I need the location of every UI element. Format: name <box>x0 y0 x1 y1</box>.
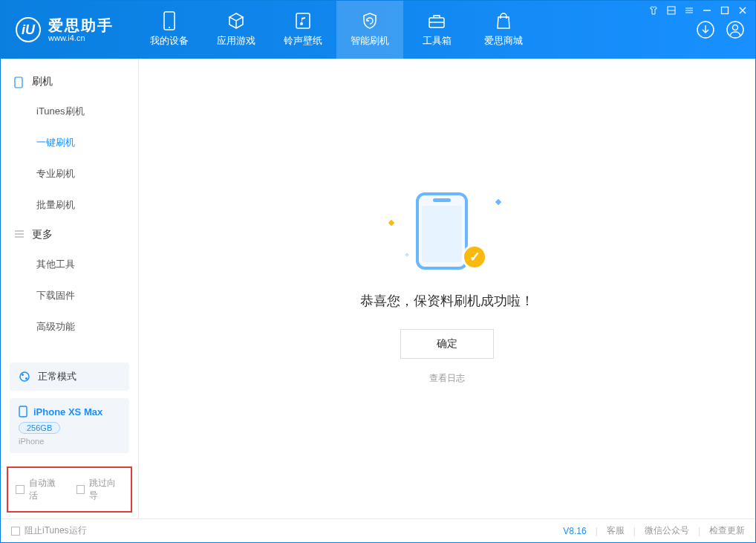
sidebar-item-itunes-flash[interactable]: iTunes刷机 <box>1 96 138 127</box>
refresh-shield-icon <box>361 12 379 30</box>
app-window: iU 爱思助手 www.i4.cn 我的设备 应用游戏 铃声壁纸 智能刷机 <box>0 0 756 543</box>
phone-illustration-icon <box>416 192 468 270</box>
highlighted-options: 自动激活 跳过向导 <box>7 466 132 513</box>
footer-link-support[interactable]: 客服 <box>607 524 625 537</box>
sparkle-icon <box>388 220 394 226</box>
nav-label: 我的设备 <box>150 34 189 48</box>
device-mode[interactable]: 正常模式 <box>10 362 129 391</box>
option-label: 自动激活 <box>29 477 63 502</box>
sparkle-icon <box>495 199 501 205</box>
svg-rect-14 <box>19 406 27 417</box>
phone-small-icon <box>19 406 27 417</box>
device-type-label: iPhone <box>19 437 120 446</box>
sidebar-item-download-firmware[interactable]: 下载固件 <box>1 280 138 311</box>
svg-rect-4 <box>296 13 310 28</box>
nav-label: 应用游戏 <box>217 34 255 48</box>
checkbox-icon <box>11 527 20 536</box>
nav-my-device[interactable]: 我的设备 <box>136 1 203 59</box>
sidebar-item-pro-flash[interactable]: 专业刷机 <box>1 158 138 189</box>
body: 刷机 iTunes刷机 一键刷机 专业刷机 批量刷机 更多 其他工具 下载固件 … <box>1 59 755 518</box>
svg-point-11 <box>20 372 29 381</box>
option-label: 跳过向导 <box>89 477 123 502</box>
sidebar-item-oneclick-flash[interactable]: 一键刷机 <box>1 127 138 158</box>
nav-label: 智能刷机 <box>351 34 389 48</box>
logo-icon: iU <box>16 17 41 42</box>
sparkle-icon <box>405 253 409 257</box>
success-message: 恭喜您，保资料刷机成功啦！ <box>360 292 534 310</box>
svg-rect-10 <box>15 77 22 88</box>
app-title: 爱思助手 <box>48 17 114 33</box>
option-skip-guide[interactable]: 跳过向导 <box>76 477 124 502</box>
shopping-bag-icon <box>495 12 512 30</box>
view-log-link[interactable]: 查看日志 <box>429 372 465 385</box>
version-label: V8.16 <box>563 526 586 536</box>
phone-small-icon <box>14 77 25 87</box>
svg-point-3 <box>169 27 170 28</box>
nav-toolbox[interactable]: 工具箱 <box>403 1 470 59</box>
cube-icon <box>227 12 245 30</box>
main-content: ✓ 恭喜您，保资料刷机成功啦！ 确定 查看日志 <box>139 59 755 518</box>
nav-label: 爱思商城 <box>484 34 523 48</box>
device-capacity-badge: 256GB <box>19 422 60 434</box>
svg-rect-1 <box>722 7 729 14</box>
sidebar-item-advanced[interactable]: 高级功能 <box>1 311 138 342</box>
sidebar: 刷机 iTunes刷机 一键刷机 专业刷机 批量刷机 更多 其他工具 下载固件 … <box>1 59 139 518</box>
header-right <box>696 20 755 39</box>
footer: 阻止iTunes运行 V8.16 | 客服 | 微信公众号 | 检查更新 <box>1 518 755 542</box>
svg-point-9 <box>733 25 738 30</box>
checkbox-icon <box>76 485 85 494</box>
app-subtitle: www.i4.cn <box>48 33 114 42</box>
close-button[interactable] <box>737 5 748 16</box>
nav-label: 工具箱 <box>423 34 452 48</box>
lock-toggle-icon[interactable] <box>666 5 677 16</box>
device-name-label: iPhone XS Max <box>33 406 102 417</box>
svg-point-5 <box>300 22 303 25</box>
music-note-icon <box>294 12 312 30</box>
window-controls <box>648 5 748 16</box>
nav-ringtones-wallpapers[interactable]: 铃声壁纸 <box>270 1 336 59</box>
logo: iU 爱思助手 www.i4.cn <box>1 17 136 42</box>
menu-icon[interactable] <box>684 5 694 16</box>
footer-link-check-update[interactable]: 检查更新 <box>709 524 745 537</box>
svg-point-12 <box>22 374 24 376</box>
user-circle-icon[interactable] <box>726 20 745 39</box>
nav-smart-flash[interactable]: 智能刷机 <box>336 1 403 59</box>
nav-store[interactable]: 爱思商城 <box>470 1 537 59</box>
maximize-button[interactable] <box>720 5 730 16</box>
nav-label: 铃声壁纸 <box>284 34 322 48</box>
device-panel: 正常模式 iPhone XS Max 256GB iPhone <box>1 355 138 461</box>
sidebar-group-title: 刷机 <box>32 75 53 88</box>
sidebar-group-more: 更多 <box>1 221 138 249</box>
ok-button[interactable]: 确定 <box>400 329 494 359</box>
download-circle-icon[interactable] <box>696 20 715 39</box>
header: iU 爱思助手 www.i4.cn 我的设备 应用游戏 铃声壁纸 智能刷机 <box>1 1 755 59</box>
sidebar-group-flash: 刷机 <box>1 68 138 96</box>
option-block-itunes[interactable]: 阻止iTunes运行 <box>11 524 87 537</box>
svg-point-13 <box>25 377 27 380</box>
device-mode-label: 正常模式 <box>38 370 76 383</box>
device-icon <box>160 12 178 30</box>
tshirt-icon[interactable] <box>648 5 659 16</box>
checkbox-icon <box>16 485 25 494</box>
toolbox-icon <box>428 12 446 30</box>
option-label: 阻止iTunes运行 <box>25 524 87 537</box>
mode-icon <box>19 371 30 383</box>
checkmark-badge-icon: ✓ <box>462 244 487 270</box>
sidebar-item-other-tools[interactable]: 其他工具 <box>1 249 138 280</box>
minimize-button[interactable] <box>702 5 712 16</box>
nav-apps-games[interactable]: 应用游戏 <box>203 1 270 59</box>
option-auto-activate[interactable]: 自动激活 <box>16 477 63 502</box>
list-small-icon <box>14 230 25 240</box>
top-nav: 我的设备 应用游戏 铃声壁纸 智能刷机 工具箱 爱思商城 <box>136 1 537 59</box>
sidebar-group-title: 更多 <box>32 228 53 241</box>
device-info[interactable]: iPhone XS Max 256GB iPhone <box>10 398 129 453</box>
sidebar-item-batch-flash[interactable]: 批量刷机 <box>1 189 138 221</box>
footer-link-wechat[interactable]: 微信公众号 <box>645 524 689 537</box>
success-illustration: ✓ <box>403 192 492 274</box>
